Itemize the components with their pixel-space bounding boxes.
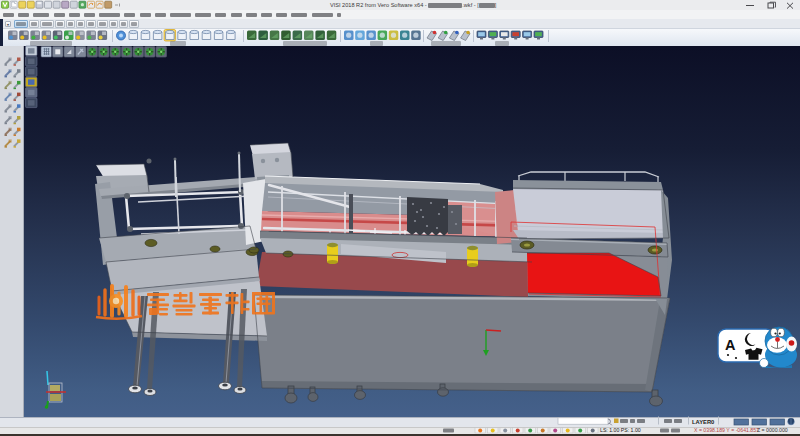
svg-text:LAYER0: LAYER0 [692,419,714,425]
svg-text:LS: 1.00 PS: 1.00: LS: 1.00 PS: 1.00 [600,427,641,433]
svg-text:Z = 0000.000: Z = 0000.000 [757,427,788,433]
svg-text:A: A [725,337,736,353]
svg-text:X = 0398.189 Y = -0641.857: X = 0398.189 Y = -0641.857 [694,427,759,433]
